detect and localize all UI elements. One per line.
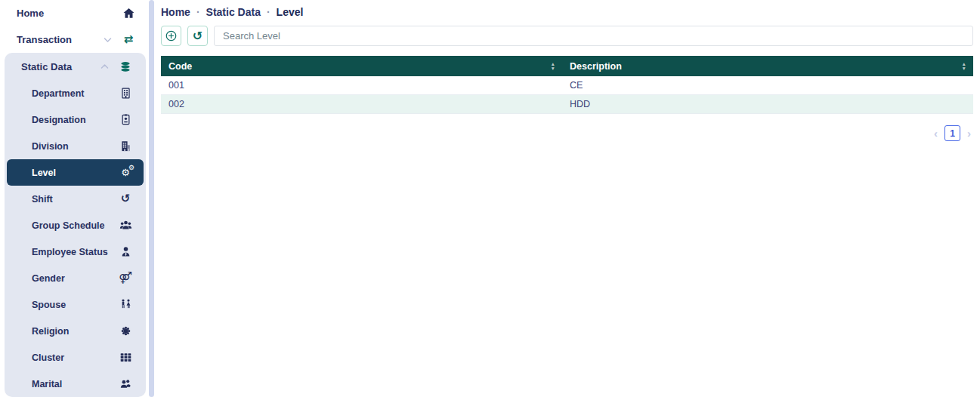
venus-mars-glyph: ⚤ [119, 272, 132, 284]
sidebar-item-gender[interactable]: Gender ⚤ [7, 265, 144, 291]
breadcrumb-current-level: Level [277, 6, 304, 18]
users-icon [117, 219, 134, 232]
sort-icon: ▲ ▼ [551, 62, 555, 70]
sidebar-item-label: Employee Status [32, 247, 117, 257]
sort-icon: ▲ ▼ [962, 62, 966, 70]
chevron-up-icon [100, 63, 109, 69]
exchange-icon: ⇄ [120, 34, 137, 45]
sidebar-item-static-data[interactable]: Static Data [7, 53, 144, 80]
sidebar-scrollbar[interactable] [149, 0, 154, 397]
sidebar-item-label: Department [32, 88, 117, 99]
main-content: Home · Static Data · Level ↺ Code ▲ ▼ [154, 0, 980, 397]
user-friends-icon [117, 377, 134, 390]
sidebar-item-label: Group Schedule [32, 220, 117, 231]
toolbar: ↺ [161, 26, 973, 46]
sidebar: Home Transaction ⇄ Static Data Departmen… [0, 0, 149, 397]
sidebar-item-label: Level [32, 168, 117, 178]
home-icon [120, 7, 137, 20]
history-glyph: ↺ [121, 193, 131, 205]
sidebar-item-label: Division [32, 141, 117, 152]
column-header-description[interactable]: Description ▲ ▼ [562, 56, 973, 76]
id-badge-icon [117, 113, 134, 126]
cogs-icon: ⚙ ⚙ [117, 168, 134, 177]
column-label: Code [168, 61, 192, 72]
chevron-down-icon [104, 37, 112, 43]
breadcrumb-separator: · [267, 6, 271, 18]
sidebar-item-home[interactable]: Home [0, 0, 149, 26]
sidebar-item-label: Marital [32, 379, 117, 389]
sidebar-item-division[interactable]: Division [7, 133, 144, 159]
sidebar-item-level[interactable]: Level ⚙ ⚙ [7, 159, 144, 186]
add-button[interactable] [161, 26, 181, 46]
pagination: ‹ 1 › [161, 125, 973, 141]
static-data-group: Static Data Department Designation Divis… [5, 53, 146, 397]
sidebar-item-label: Static Data [21, 61, 100, 72]
sidebar-item-spouse[interactable]: Spouse [7, 291, 144, 318]
next-page-button[interactable]: › [967, 127, 971, 140]
sort-desc-arrow: ▼ [962, 66, 966, 70]
mandala-icon [117, 325, 134, 337]
circle-plus-icon [165, 29, 178, 42]
table-row[interactable]: 001 CE [161, 76, 973, 95]
sidebar-item-label: Transaction [17, 34, 104, 45]
breadcrumb-separator: · [196, 6, 200, 18]
sidebar-item-label: Home [17, 8, 120, 19]
sidebar-item-marital[interactable]: Marital [7, 371, 144, 397]
sidebar-item-employee-status[interactable]: Employee Status [7, 239, 144, 265]
refresh-button[interactable]: ↺ [187, 26, 208, 46]
current-page-button[interactable]: 1 [944, 125, 960, 141]
cog-glyph-small: ⚙ [128, 165, 134, 171]
sidebar-item-transaction[interactable]: Transaction ⇄ [0, 26, 149, 53]
breadcrumb-static-data[interactable]: Static Data [206, 6, 261, 18]
sidebar-item-cluster[interactable]: Cluster [7, 344, 144, 371]
sidebar-item-shift[interactable]: Shift ↺ [7, 186, 144, 212]
sidebar-item-religion[interactable]: Religion [7, 318, 144, 344]
level-table: Code ▲ ▼ Description ▲ ▼ 001 CE 002 HDD [161, 56, 973, 114]
sidebar-item-group-schedule[interactable]: Group Schedule [7, 212, 144, 239]
sidebar-item-department[interactable]: Department [7, 80, 144, 106]
cell-description: HDD [562, 99, 973, 109]
company-icon [117, 140, 134, 152]
sidebar-item-designation[interactable]: Designation [7, 106, 144, 133]
table-row[interactable]: 002 HDD [161, 95, 973, 114]
table-header-row: Code ▲ ▼ Description ▲ ▼ [161, 56, 973, 76]
prev-page-button[interactable]: ‹ [934, 127, 938, 140]
cell-description: CE [562, 80, 973, 91]
column-label: Description [570, 61, 622, 72]
breadcrumb-home[interactable]: Home [161, 6, 190, 18]
user-tie-icon [117, 245, 134, 258]
exchange-glyph: ⇄ [124, 34, 134, 45]
search-input[interactable] [214, 26, 973, 46]
cell-code: 002 [161, 99, 562, 109]
sidebar-item-label: Designation [32, 115, 117, 125]
rotate-left-icon: ↺ [193, 30, 202, 42]
building-icon [117, 87, 134, 100]
sidebar-item-label: Shift [32, 194, 117, 205]
sidebar-item-label: Spouse [32, 300, 117, 310]
male-female-icon [117, 298, 134, 311]
sort-desc-arrow: ▼ [551, 66, 555, 70]
breadcrumb: Home · Static Data · Level [161, 6, 973, 18]
sidebar-item-label: Gender [32, 273, 117, 284]
history-icon: ↺ [117, 193, 134, 205]
column-header-code[interactable]: Code ▲ ▼ [161, 56, 562, 76]
sidebar-item-label: Cluster [32, 352, 117, 363]
database-icon [117, 60, 134, 73]
cell-code: 001 [161, 80, 562, 91]
grid-icon [117, 351, 134, 364]
sidebar-item-label: Religion [32, 326, 117, 337]
venus-mars-icon: ⚤ [117, 272, 134, 284]
